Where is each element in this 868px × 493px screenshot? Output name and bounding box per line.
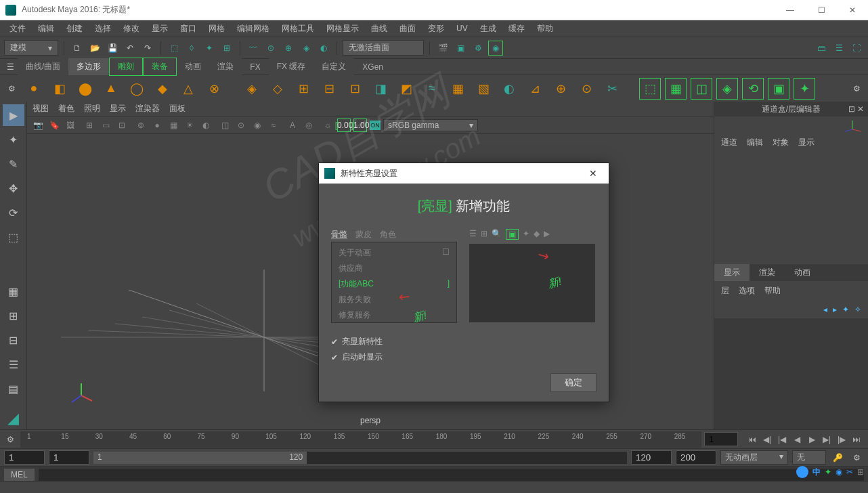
poly-sphere-icon[interactable]: ● (23, 78, 45, 100)
bevel-icon[interactable]: ◩ (395, 78, 417, 100)
lasso-tool[interactable]: ✦ (3, 129, 24, 150)
move-tool[interactable]: ✥ (3, 177, 24, 199)
shelf-gear-icon[interactable]: ⚙ (4, 81, 19, 96)
mel-label[interactable]: MEL (4, 469, 35, 481)
select-tool[interactable]: ▶ (3, 104, 24, 126)
menu-file[interactable]: 文件 (4, 21, 31, 37)
dlg-icon-hl[interactable]: ▣ (506, 229, 519, 240)
target-icon[interactable]: ⊙ (576, 78, 597, 100)
undo-icon[interactable]: ↶ (123, 41, 137, 56)
next-frame-icon[interactable]: ▶| (821, 433, 833, 446)
snap-plane-icon[interactable]: ◈ (299, 41, 313, 56)
cb-tab-display[interactable]: 显示 (798, 137, 815, 148)
save-icon[interactable]: 💾 (105, 41, 120, 56)
range-start-input[interactable] (4, 450, 45, 465)
vp-res-icon[interactable]: ⊡ (115, 119, 129, 132)
gamma-dropdown[interactable]: sRGB gamma▾ (383, 119, 478, 131)
dlg-item-2[interactable]: [ 功能ABC] (332, 276, 456, 292)
menu-curves[interactable]: 曲线 (366, 21, 393, 37)
poly-svg-icon[interactable]: ◇ (267, 78, 288, 100)
vp-gamma-icon[interactable]: ON (370, 121, 381, 130)
range-vis-start-input[interactable] (49, 450, 89, 465)
shelf-tab-fx[interactable]: FX (242, 60, 268, 74)
anim-layer-dropdown[interactable]: 无动画层▾ (720, 450, 788, 465)
menu-select[interactable]: 选择 (89, 21, 116, 37)
tray-icon-3[interactable]: ✦ (825, 467, 831, 477)
vp-wire-icon[interactable]: ⊚ (134, 119, 148, 132)
prev-frame-icon[interactable]: |◀ (776, 433, 788, 446)
poly-combine-icon[interactable]: ⊞ (292, 78, 314, 100)
menu-create[interactable]: 创建 (61, 21, 88, 37)
toolbox-icon[interactable]: 🗃 (814, 41, 829, 56)
render-hl-icon[interactable]: ◉ (488, 41, 503, 56)
surface-dropdown[interactable]: 无激活曲面 (343, 40, 424, 56)
go-end-icon[interactable]: ⏭ (850, 433, 863, 446)
layer-menu-layer[interactable]: 层 (721, 285, 729, 297)
dlg-icon-b[interactable]: ◆ (534, 229, 540, 240)
menu-modify[interactable]: 修改 (118, 21, 145, 37)
render-settings-icon[interactable]: ⚙ (471, 41, 485, 56)
hl-tool6-icon[interactable]: ▣ (768, 78, 789, 100)
vp-iso-icon[interactable]: ◫ (218, 119, 232, 132)
menu-meshtools[interactable]: 网格工具 (276, 21, 320, 37)
cb-tab-object[interactable]: 对象 (773, 137, 789, 148)
extrude-icon[interactable]: ◨ (370, 78, 391, 100)
maximize-button[interactable]: ☐ (811, 5, 831, 15)
menu-display[interactable]: 显示 (146, 21, 173, 37)
panel-icon[interactable]: ☰ (831, 41, 846, 56)
snap-icon[interactable]: ⊞ (219, 41, 234, 56)
menu-surfaces[interactable]: 曲面 (394, 21, 421, 37)
dlg-icon-c[interactable]: ▶ (544, 229, 550, 240)
vp-shade-icon[interactable]: ● (150, 119, 164, 132)
layout-outliner-icon[interactable]: ☰ (3, 353, 24, 375)
layer-menu-help[interactable]: 帮助 (764, 285, 781, 297)
dlg-item-3[interactable]: 服务失败 (332, 292, 456, 307)
hl-tool1-icon[interactable]: ⬚ (639, 78, 661, 100)
open-icon[interactable]: 📂 (87, 41, 102, 56)
timeline-gear-icon[interactable]: ⚙ (0, 435, 20, 444)
vp-shadow-icon[interactable]: ◐ (199, 119, 213, 132)
vp-view[interactable]: 视图 (32, 103, 49, 114)
dlg-item-0[interactable]: 关于动画☐ (332, 245, 456, 261)
mirror-icon[interactable]: ⊿ (524, 78, 546, 100)
vp-xray-icon[interactable]: ⊙ (234, 119, 248, 132)
merge-icon[interactable]: ⊕ (550, 78, 571, 100)
current-frame-input[interactable] (704, 432, 738, 446)
tray-icon-1[interactable] (796, 466, 808, 478)
ok-button[interactable]: 确定 (550, 373, 596, 392)
poly-type-icon[interactable]: ◈ (241, 78, 263, 100)
vp-tex-icon[interactable]: ▦ (167, 119, 180, 132)
hl-tool7-icon[interactable]: ✦ (794, 78, 815, 100)
tray-icon-5[interactable]: ✂ (846, 467, 853, 477)
cb-tab-edit[interactable]: 编辑 (747, 137, 763, 148)
panel-dock-icon[interactable]: ⊡ ✕ (848, 104, 864, 114)
vp-exp-icon[interactable]: ☼ (321, 119, 334, 132)
layer-tab-anim[interactable]: 动画 (785, 264, 820, 281)
menu-meshdisplay[interactable]: 网格显示 (321, 21, 364, 37)
vp-renderer[interactable]: 渲染器 (135, 103, 160, 114)
fill-icon[interactable]: ▦ (447, 78, 469, 100)
poly-pyramid-icon[interactable]: △ (177, 78, 199, 100)
menu-help[interactable]: 帮助 (531, 21, 559, 37)
smooth-icon[interactable]: ◐ (498, 78, 520, 100)
poly-torus-icon[interactable]: ◯ (126, 78, 148, 100)
tray-icon-6[interactable]: ⊞ (857, 467, 864, 477)
scale-tool[interactable]: ⬚ (3, 226, 24, 248)
close-button[interactable]: ✕ (842, 5, 863, 15)
paint-tool[interactable]: ✎ (3, 153, 24, 175)
workspace-dropdown[interactable]: 建模▾ (4, 40, 58, 56)
dlg-item-1[interactable]: 供应商 (332, 261, 456, 276)
vp-panel[interactable]: 面板 (169, 103, 186, 114)
menu-mesh[interactable]: 网格 (203, 21, 230, 37)
append-icon[interactable]: ▧ (473, 78, 494, 100)
play-icon[interactable]: ▶ (806, 433, 818, 446)
menu-editmesh[interactable]: 编辑网格 (232, 21, 275, 37)
dlg-icon-search[interactable]: 🔍 (492, 229, 502, 240)
menu-edit[interactable]: 编辑 (32, 21, 60, 37)
vp-dof-icon[interactable]: ◎ (302, 119, 316, 132)
snap-live-icon[interactable]: ◐ (316, 41, 331, 56)
render-icon[interactable]: 🎬 (435, 41, 450, 56)
layout-single-icon[interactable]: ▦ (3, 280, 24, 302)
next-key-icon[interactable]: |▶ (836, 433, 848, 446)
poly-boolean-icon[interactable]: ⊡ (344, 78, 366, 100)
